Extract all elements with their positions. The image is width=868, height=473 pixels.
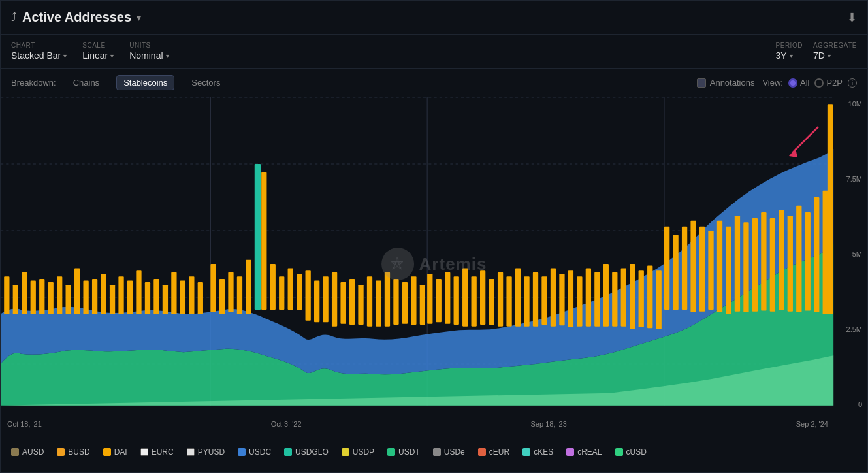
svg-rect-77: [612, 272, 617, 327]
svg-rect-67: [524, 276, 529, 327]
ausd-swatch: [11, 448, 19, 456]
svg-rect-58: [445, 272, 450, 324]
svg-rect-94: [761, 212, 766, 310]
svg-rect-47: [349, 279, 355, 325]
usdt-label: USDT: [398, 448, 420, 457]
annotations-checkbox[interactable]: [697, 78, 706, 88]
view-p2p-radio[interactable]: P2P: [814, 78, 843, 88]
view-all-label: All: [800, 78, 809, 88]
svg-rect-35: [246, 260, 251, 314]
legend-usdc[interactable]: USDC: [238, 448, 271, 457]
annotations-group: Annotations: [697, 78, 755, 88]
title-chevron-icon[interactable]: ▾: [137, 12, 141, 23]
legend-usdt[interactable]: USDT: [387, 448, 420, 457]
view-all-radio[interactable]: All: [788, 78, 809, 88]
svg-rect-45: [332, 272, 337, 327]
svg-rect-19: [101, 274, 106, 314]
svg-rect-8: [4, 276, 9, 314]
svg-rect-9: [13, 285, 18, 314]
aggregate-group: AGGREGATE 7D ▾: [813, 42, 857, 61]
y-label-2.5m: 2.5M: [836, 325, 862, 333]
svg-rect-66: [515, 268, 521, 326]
svg-rect-65: [506, 276, 511, 327]
svg-rect-62: [480, 270, 485, 325]
svg-rect-68: [533, 272, 538, 327]
info-icon[interactable]: i: [848, 78, 857, 88]
svg-rect-100: [814, 197, 819, 312]
scale-select[interactable]: Linear ▾: [82, 50, 114, 61]
svg-rect-32: [219, 279, 225, 314]
period-chevron-icon: ▾: [790, 52, 793, 59]
period-select[interactable]: 3Y ▾: [776, 50, 803, 61]
radio-p2p-dot: [814, 78, 824, 88]
svg-rect-72: [568, 270, 573, 327]
svg-rect-18: [92, 279, 97, 314]
creal-label: cREAL: [577, 448, 602, 457]
legend-ceur[interactable]: cEUR: [478, 448, 509, 457]
svg-rect-92: [743, 222, 748, 312]
chart-label: CHART: [11, 42, 67, 49]
ausd-label: AUSD: [22, 448, 44, 457]
svg-rect-61: [472, 276, 477, 327]
svg-rect-54: [411, 276, 416, 325]
svg-rect-30: [198, 282, 203, 314]
chart-select[interactable]: Stacked Bar ▾: [11, 50, 67, 61]
svg-rect-69: [541, 276, 547, 325]
legend-cusd[interactable]: cUSD: [615, 448, 647, 457]
breakdown-right: Annotations View: All P2P i: [697, 78, 857, 88]
usdt-swatch: [387, 448, 395, 456]
svg-rect-13: [48, 282, 54, 314]
chart-icon: ⤴: [11, 10, 17, 24]
tab-sectors[interactable]: Sectors: [185, 76, 227, 90]
svg-rect-89: [717, 221, 722, 312]
legend-pyusd[interactable]: PYUSD: [187, 448, 225, 457]
download-button[interactable]: ⬇: [847, 10, 857, 25]
svg-rect-46: [340, 282, 346, 324]
svg-rect-73: [577, 276, 582, 327]
ceur-swatch: [478, 448, 486, 456]
title-area: ⤴ Active Addresses ▾: [11, 10, 141, 25]
legend-dai[interactable]: DAI: [103, 448, 127, 457]
aggregate-select[interactable]: 7D ▾: [813, 50, 857, 61]
usdp-swatch: [342, 448, 349, 456]
y-label-5m: 5M: [836, 250, 862, 258]
chart-chevron-icon: ▾: [63, 52, 67, 59]
svg-rect-83: [664, 227, 669, 310]
legend-eurc[interactable]: EURC: [140, 448, 174, 457]
usdp-label: USDP: [353, 448, 374, 457]
x-axis: Oct 18, '21 Oct 3, '22 Sep 18, '23 Sep 2…: [7, 420, 828, 428]
legend-usdglo[interactable]: USDGLO: [284, 448, 329, 457]
svg-rect-76: [603, 264, 609, 327]
legend-ausd[interactable]: AUSD: [11, 448, 44, 457]
svg-rect-53: [402, 282, 408, 324]
svg-rect-102: [828, 104, 833, 314]
view-group: View: All P2P i: [762, 78, 857, 88]
toolbar: CHART Stacked Bar ▾ SCALE Linear ▾ UNITS…: [1, 35, 867, 69]
tab-chains[interactable]: Chains: [67, 76, 106, 90]
legend-ckes[interactable]: cKES: [522, 448, 553, 457]
legend-usdp[interactable]: USDP: [342, 448, 374, 457]
y-label-0: 0: [836, 400, 862, 408]
svg-rect-74: [586, 268, 591, 326]
legend-busd[interactable]: BUSD: [57, 448, 89, 457]
units-group: UNITS Nominal ▾: [129, 42, 169, 61]
x-label-sep23: Sep 18, '23: [531, 420, 567, 428]
svg-rect-39: [279, 276, 284, 310]
svg-rect-51: [385, 272, 390, 327]
svg-rect-96: [779, 210, 784, 310]
tab-stablecoins[interactable]: Stablecoins: [116, 75, 174, 90]
svg-rect-40: [288, 268, 293, 310]
period-group: PERIOD 3Y ▾: [776, 42, 803, 61]
ckes-swatch: [522, 448, 530, 456]
legend-usde[interactable]: USDe: [433, 448, 465, 457]
svg-rect-75: [594, 272, 600, 327]
svg-rect-55: [420, 285, 425, 325]
legend-creal[interactable]: cREAL: [566, 448, 602, 457]
legend: AUSD BUSD DAI EURC PYUSD USDC USDGLO US: [1, 431, 867, 472]
cusd-swatch: [615, 448, 623, 456]
svg-rect-59: [454, 276, 459, 325]
ceur-label: cEUR: [489, 448, 509, 457]
units-select[interactable]: Nominal ▾: [129, 50, 169, 61]
svg-rect-90: [726, 227, 731, 314]
aggregate-label: AGGREGATE: [813, 42, 857, 49]
